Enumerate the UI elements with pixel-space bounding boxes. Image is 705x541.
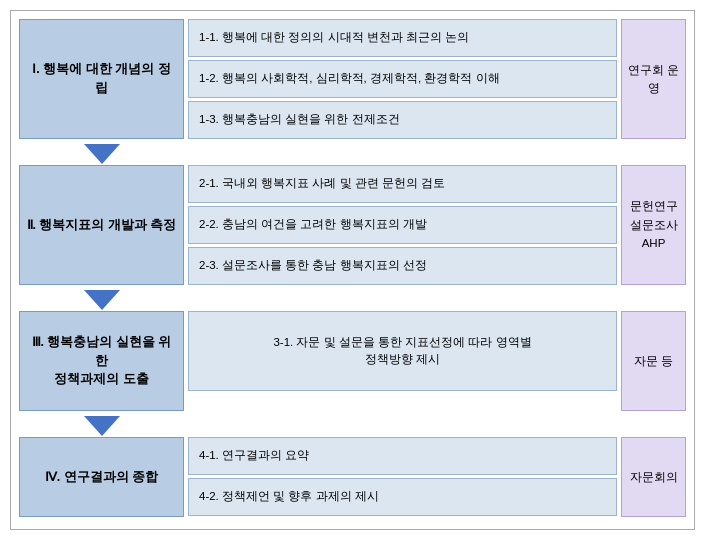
row2-middle: 2-1. 국내외 행복지표 사례 및 관련 문헌의 검토 2-2. 충남의 여건… [188, 165, 617, 285]
row2-item-2: 2-2. 충남의 여건을 고려한 행복지표의 개발 [188, 206, 617, 244]
row1-item-3: 1-3. 행복충남의 실현을 위한 전제조건 [188, 101, 617, 139]
row-2: Ⅱ. 행복지표의 개발과 측정 2-1. 국내외 행복지표 사례 및 관련 문헌… [19, 165, 686, 285]
arrow-1 [19, 143, 686, 165]
row4-left: Ⅳ. 연구결과의 종합 [19, 437, 184, 517]
arrow-down-2 [84, 290, 120, 310]
arrow-down-3 [84, 416, 120, 436]
row1-middle: 1-1. 행복에 대한 정의의 시대적 변천과 최근의 논의 1-2. 행복의 … [188, 19, 617, 139]
row-4: Ⅳ. 연구결과의 종합 4-1. 연구결과의 요약 4-2. 정책제언 및 향후… [19, 437, 686, 517]
arrow-1-container [19, 144, 184, 164]
row-1: Ⅰ. 행복에 대한 개념의 정립 1-1. 행복에 대한 정의의 시대적 변천과… [19, 19, 686, 139]
arrow-2 [19, 289, 686, 311]
row1-item-2: 1-2. 행복의 사회학적, 심리학적, 경제학적, 환경학적 이해 [188, 60, 617, 98]
row4-item-2: 4-2. 정책제언 및 향후 과제의 제시 [188, 478, 617, 516]
row1-right: 연구회 운영 [621, 19, 686, 139]
row3-left: Ⅲ. 행복충남의 실현을 위한 정책과제의 도출 [19, 311, 184, 411]
row2-left: Ⅱ. 행복지표의 개발과 측정 [19, 165, 184, 285]
diagram: Ⅰ. 행복에 대한 개념의 정립 1-1. 행복에 대한 정의의 시대적 변천과… [10, 10, 695, 530]
row1-item-1: 1-1. 행복에 대한 정의의 시대적 변천과 최근의 논의 [188, 19, 617, 57]
arrow-3-container [19, 416, 184, 436]
row3-right: 자문 등 [621, 311, 686, 411]
row1-left: Ⅰ. 행복에 대한 개념의 정립 [19, 19, 184, 139]
row2-item-3: 2-3. 설문조사를 통한 충남 행복지표의 선정 [188, 247, 617, 285]
row2-right: 문헌연구 설문조사 AHP [621, 165, 686, 285]
row4-middle: 4-1. 연구결과의 요약 4-2. 정책제언 및 향후 과제의 제시 [188, 437, 617, 517]
row2-item-1: 2-1. 국내외 행복지표 사례 및 관련 문헌의 검토 [188, 165, 617, 203]
row4-item-1: 4-1. 연구결과의 요약 [188, 437, 617, 475]
arrow-2-container [19, 290, 184, 310]
arrow-down-1 [84, 144, 120, 164]
row3-item-1: 3-1. 자문 및 설문을 통한 지표선정에 따라 영역별 정책방향 제시 [188, 311, 617, 391]
arrow-3 [19, 415, 686, 437]
row4-right: 자문회의 [621, 437, 686, 517]
row3-middle: 3-1. 자문 및 설문을 통한 지표선정에 따라 영역별 정책방향 제시 [188, 311, 617, 411]
row-3: Ⅲ. 행복충남의 실현을 위한 정책과제의 도출 3-1. 자문 및 설문을 통… [19, 311, 686, 411]
